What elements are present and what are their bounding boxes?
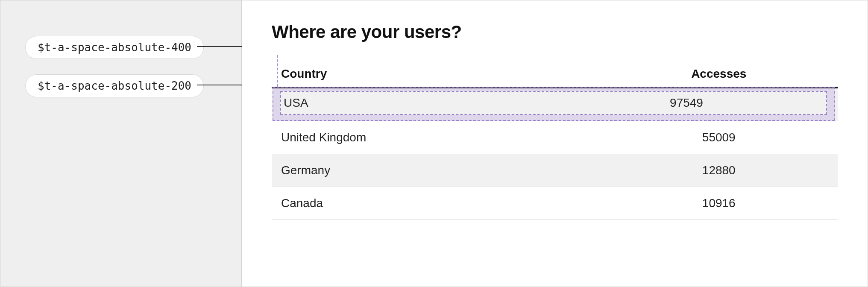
cell-country: USA: [272, 88, 600, 121]
table-row: USA 97549: [272, 88, 838, 121]
table-row: United Kingdom 55009: [272, 121, 838, 154]
cell-accesses: 12880: [600, 154, 838, 187]
cell-accesses: 10916: [600, 187, 838, 220]
cell-accesses: 55009: [600, 121, 838, 154]
cell-country: United Kingdom: [272, 121, 600, 154]
table-header-row: Country Accesses: [272, 63, 838, 88]
column-header-country: Country: [272, 63, 600, 88]
page-title: Where are your users?: [272, 22, 838, 42]
column-header-accesses: Accesses: [600, 63, 838, 88]
cell-accesses: 97549: [600, 88, 838, 121]
main-panel: Where are your users? Country Accesses U…: [242, 0, 868, 287]
cell-country: Canada: [272, 187, 600, 220]
data-table: Country Accesses USA 97549 United Kingdo…: [272, 63, 838, 220]
cell-country: Germany: [272, 154, 600, 187]
table-row: Germany 12880: [272, 154, 838, 187]
table-row: Canada 10916: [272, 187, 838, 220]
table-area: Country Accesses USA 97549 United Kingdo…: [272, 63, 838, 220]
